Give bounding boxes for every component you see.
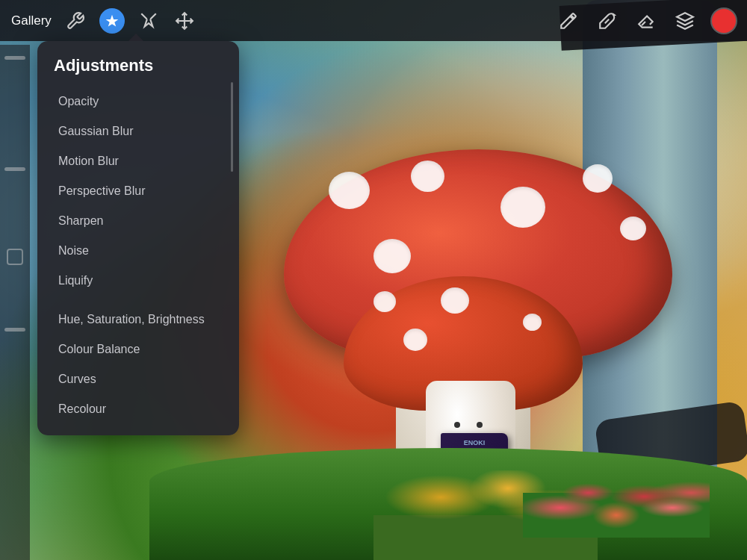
adjustments-icon[interactable] xyxy=(99,8,125,34)
nav-left-tools: Gallery xyxy=(11,8,543,34)
panel-scrollbar xyxy=(231,82,233,172)
svg-line-0 xyxy=(605,19,609,22)
panel-arrow xyxy=(128,34,143,41)
selection-icon[interactable] xyxy=(137,9,161,33)
sharpen-item[interactable]: Sharpen xyxy=(42,206,235,236)
hue-saturation-item[interactable]: Hue, Saturation, Brightness xyxy=(42,305,235,335)
transform-icon[interactable] xyxy=(173,9,196,33)
color-swatch[interactable] xyxy=(712,9,736,33)
motion-blur-item[interactable]: Motion Blur xyxy=(42,146,235,176)
eraser-icon[interactable] xyxy=(634,9,658,33)
recolour-item[interactable]: Recolour xyxy=(42,394,235,424)
wrench-icon[interactable] xyxy=(63,9,87,33)
noise-item[interactable]: Noise xyxy=(42,236,235,266)
flowers xyxy=(523,463,710,538)
layers-icon[interactable] xyxy=(673,9,697,33)
pen-icon[interactable] xyxy=(557,9,580,33)
nav-right-tools xyxy=(557,9,736,33)
curves-item[interactable]: Curves xyxy=(42,364,235,394)
svg-marker-1 xyxy=(677,13,693,21)
snapping-checkbox[interactable] xyxy=(7,249,23,265)
eye-right xyxy=(477,422,483,428)
adjustments-title: Adjustments xyxy=(37,56,239,87)
section-divider xyxy=(37,296,239,305)
opacity-item[interactable]: Opacity xyxy=(42,87,235,116)
size-slider[interactable] xyxy=(4,167,25,171)
smudge-icon[interactable] xyxy=(595,9,619,33)
liquify-item[interactable]: Liquify xyxy=(42,266,235,296)
gallery-button[interactable]: Gallery xyxy=(11,13,52,28)
eye-left xyxy=(454,422,460,428)
opacity-slider[interactable] xyxy=(4,56,25,60)
tool-slider[interactable] xyxy=(4,328,25,332)
perspective-blur-item[interactable]: Perspective Blur xyxy=(42,176,235,206)
top-nav: Gallery xyxy=(0,0,747,41)
colour-balance-item[interactable]: Colour Balance xyxy=(42,335,235,364)
left-toolbar xyxy=(0,45,30,560)
gaussian-blur-item[interactable]: Gaussian Blur xyxy=(42,116,235,146)
adjustments-panel: Adjustments Opacity Gaussian Blur Motion… xyxy=(37,41,239,435)
